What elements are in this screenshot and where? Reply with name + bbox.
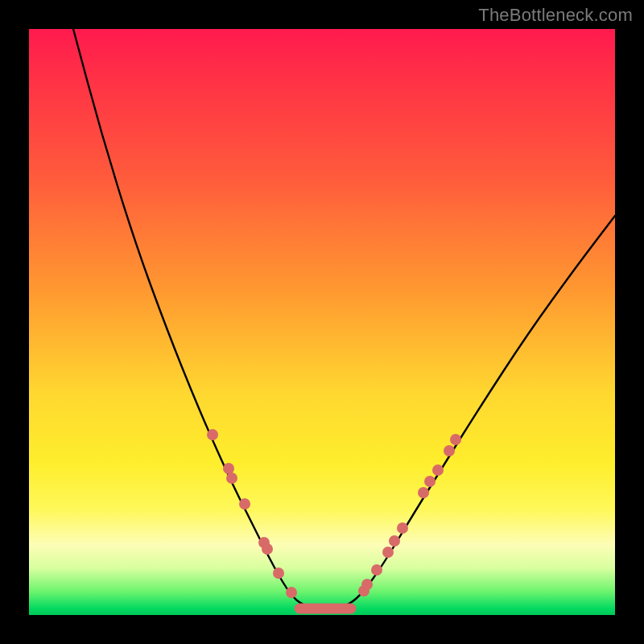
data-point-right xyxy=(418,487,429,498)
data-point-right xyxy=(450,434,461,445)
data-point-left xyxy=(286,587,297,598)
chart-svg xyxy=(29,29,615,615)
data-point-right xyxy=(444,445,455,456)
data-point-left xyxy=(223,463,234,474)
data-point-right xyxy=(389,535,400,547)
data-point-right xyxy=(382,547,394,558)
data-point-right xyxy=(397,522,408,534)
data-point-right xyxy=(361,579,373,590)
data-point-left xyxy=(226,473,237,484)
data-point-left xyxy=(273,568,284,579)
chart-frame: TheBottleneck.com xyxy=(0,0,644,644)
watermark-text: TheBottleneck.com xyxy=(478,5,633,26)
plot-area xyxy=(29,29,615,615)
data-point-right xyxy=(424,476,436,487)
data-point-left xyxy=(239,498,250,510)
data-point-left xyxy=(262,543,273,555)
bottleneck-curve xyxy=(73,29,615,609)
data-point-left xyxy=(207,429,218,440)
data-point-right xyxy=(371,564,382,576)
data-point-right xyxy=(432,464,444,476)
